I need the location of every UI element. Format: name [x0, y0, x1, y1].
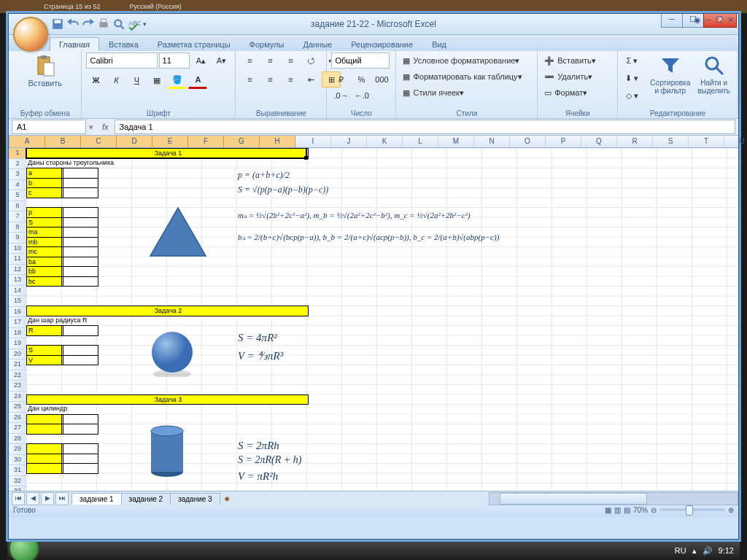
row-header-29[interactable]: 29 [9, 444, 26, 455]
col-header-D[interactable]: D [117, 136, 152, 147]
sheet-nav-last-icon[interactable]: ⏭ [55, 492, 69, 505]
row-header-22[interactable]: 22 [9, 370, 26, 381]
cell-B14[interactable] [61, 276, 98, 287]
save-icon[interactable] [51, 18, 64, 31]
cell-task1-header[interactable]: Задача 1 [26, 148, 309, 159]
tab-layout[interactable]: Разметка страницы [148, 37, 240, 51]
cell-A28[interactable] [26, 414, 63, 425]
tray-flag-icon[interactable]: ▴ [692, 546, 697, 556]
find-select-button[interactable]: Найти и выделить [694, 52, 733, 96]
cell-task3-header[interactable]: Задача 3 [26, 394, 309, 405]
underline-button[interactable]: Ч [127, 72, 146, 88]
col-header-P[interactable]: P [546, 136, 581, 147]
tray-lang[interactable]: RU [675, 546, 686, 555]
cell-A32[interactable] [26, 454, 63, 464]
cell-sphere-label[interactable]: Дан шар радиуса R [26, 316, 174, 325]
col-header-R[interactable]: R [617, 136, 653, 147]
bold-button[interactable]: Ж [86, 72, 105, 88]
undo-icon[interactable] [66, 18, 80, 31]
col-header-G[interactable]: G [224, 136, 260, 147]
tab-formulas[interactable]: Формулы [240, 37, 294, 51]
font-size-combo[interactable]: 11 [159, 52, 190, 69]
minimize-button[interactable]: ─ [661, 14, 683, 28]
align-left-icon[interactable]: ≡ [240, 71, 259, 88]
row-header-33[interactable]: 33 [9, 486, 26, 491]
align-bot-icon[interactable]: ≡ [281, 52, 300, 69]
fx-icon[interactable]: fx [96, 122, 115, 131]
zoom-in-icon[interactable]: ⊕ [728, 506, 734, 514]
doc-minimize-icon[interactable]: ─ [705, 15, 711, 25]
italic-button[interactable]: К [107, 72, 125, 88]
preview-icon[interactable] [112, 18, 125, 31]
doc-restore-icon[interactable]: ❐ [716, 15, 723, 25]
row-header-8[interactable]: 8 [9, 222, 26, 233]
paste-button[interactable]: Вставить [13, 52, 77, 89]
cell-A10[interactable]: mb [26, 237, 63, 248]
autosum-icon[interactable]: Σ ▾ [622, 52, 641, 69]
row-header-2[interactable]: 2 [9, 159, 26, 170]
row-header-25[interactable]: 25 [9, 402, 26, 413]
row-header-27[interactable]: 27 [9, 423, 26, 434]
border-button[interactable]: ▦ [147, 72, 166, 88]
cell-A33[interactable] [26, 463, 63, 474]
insert-cells-button[interactable]: ➕ Вставить ▾ [542, 52, 611, 69]
cell-A9[interactable]: ma [26, 227, 63, 238]
cells-area[interactable]: Задача 1 Даны стороны треугольника abcpS… [26, 148, 738, 491]
cell-A5[interactable]: c [26, 187, 63, 198]
row-header-10[interactable]: 10 [9, 244, 26, 254]
delete-cells-button[interactable]: ➖ Удалить ▾ [542, 69, 611, 85]
cell-A4[interactable]: b [26, 178, 63, 189]
cell-B33[interactable] [61, 463, 98, 474]
sphere-shape[interactable] [149, 330, 196, 377]
cell-B29[interactable] [61, 424, 98, 435]
sort-filter-button[interactable]: Сортировка и фильтр [647, 52, 693, 96]
align-right-icon[interactable]: ≡ [281, 71, 300, 88]
office-button[interactable] [13, 17, 48, 52]
view-layout-icon[interactable]: ▥ [614, 506, 621, 514]
currency-icon[interactable]: ₽ [331, 71, 350, 88]
tray-clock[interactable]: 9:12 [719, 546, 734, 555]
sheet-tab-2[interactable]: задание 2 [121, 493, 171, 505]
col-header-O[interactable]: O [510, 136, 546, 147]
cell-B5[interactable] [61, 187, 98, 198]
col-header-L[interactable]: L [403, 136, 438, 147]
formula-input[interactable]: Задача 1 [115, 120, 735, 134]
row-header-30[interactable]: 30 [9, 455, 26, 466]
font-color-button[interactable]: A [188, 71, 207, 89]
cell-A7[interactable]: p [26, 207, 63, 218]
row-header-32[interactable]: 32 [9, 476, 26, 487]
row-header-14[interactable]: 14 [9, 286, 26, 297]
namebox-dropdown-icon[interactable]: ▾ [86, 122, 96, 132]
clear-icon[interactable]: ◇ ▾ [622, 88, 641, 104]
row-header-13[interactable]: 13 [9, 275, 26, 286]
cell-B9[interactable] [61, 227, 98, 238]
col-header-J[interactable]: J [331, 136, 367, 147]
cell-A11[interactable]: mc [26, 246, 63, 257]
cell-B31[interactable] [61, 443, 98, 454]
col-header-H[interactable]: H [260, 136, 295, 147]
row-header-12[interactable]: 12 [9, 265, 26, 276]
spellcheck-icon[interactable]: ABC [128, 18, 141, 31]
shrink-font-icon[interactable]: A▾ [212, 52, 231, 69]
grow-font-icon[interactable]: A▴ [191, 52, 210, 69]
col-header-Q[interactable]: Q [581, 136, 617, 147]
cell-B21[interactable] [61, 345, 98, 356]
col-header-K[interactable]: K [367, 136, 403, 147]
row-header-31[interactable]: 31 [9, 465, 26, 476]
comma-icon[interactable]: 000 [372, 71, 391, 88]
sheet-tab-3[interactable]: задание 3 [170, 493, 220, 505]
tab-data[interactable]: Данные [293, 37, 341, 51]
col-header-F[interactable]: F [188, 136, 224, 147]
zoom-value[interactable]: 70% [633, 506, 648, 514]
new-sheet-icon[interactable]: ✸ [224, 495, 230, 503]
col-header-T[interactable]: T [689, 136, 724, 147]
tab-home[interactable]: Главная [50, 37, 99, 51]
row-header-3[interactable]: 3 [9, 169, 26, 180]
fill-icon[interactable]: ⬇ ▾ [622, 70, 641, 86]
cell-A14[interactable]: bc [26, 276, 63, 287]
cell-B3[interactable] [61, 168, 98, 179]
cell-A19[interactable]: R [26, 325, 63, 336]
row-header-5[interactable]: 5 [9, 190, 26, 201]
cell-task2-header[interactable]: Задача 2 [26, 306, 309, 316]
cell-A3[interactable]: a [26, 168, 63, 179]
